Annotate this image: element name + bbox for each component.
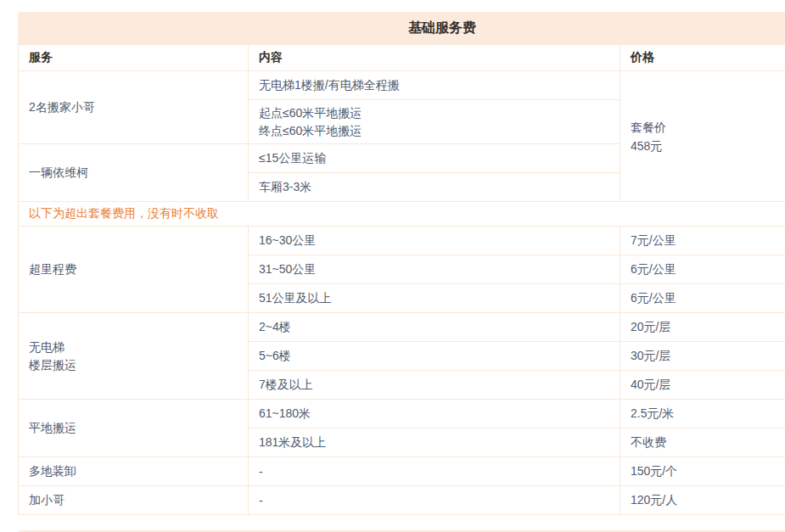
service-line: 超里程费 [29,260,248,278]
content-line: 终点≤60米平地搬运 [259,122,620,140]
price-cell-package: 套餐价 458元 [620,71,785,202]
price-cell: 40元/层 [620,371,785,400]
table-row: 2名搬家小哥 无电梯1楼搬/有电梯全程搬 套餐价 458元 [19,71,785,100]
pricing-table: 服务 内容 价格 2名搬家小哥 无电梯1楼搬/有电梯全程搬 套餐价 458元 起… [18,44,785,515]
package-price-value: 458元 [631,137,785,155]
table-row: 无电梯 楼层搬运 2~4楼 20元/层 [19,313,785,342]
column-header-price: 价格 [620,45,785,71]
price-cell: 2.5元/米 [620,400,785,428]
table-row: 多地装卸 - 150元/个 [19,457,785,486]
price-cell: 120元/人 [620,486,785,515]
service-cell-multistop: 多地装卸 [19,457,249,486]
table-row: 加小哥 - 120元/人 [19,486,785,515]
price-cell: 不收费 [620,428,785,457]
table-title: 基础服务费 [18,12,785,44]
price-cell: 150元/个 [620,457,785,486]
price-cell: 30元/层 [620,342,785,371]
service-line: 无电梯 [29,339,248,356]
content-line: 起点≤60米平地搬运 [259,104,620,122]
content-cell: 16~30公里 [249,227,620,255]
content-cell: - [249,486,620,515]
content-cell: 无电梯1楼搬/有电梯全程搬 [249,71,620,100]
column-header-content: 内容 [249,45,620,71]
package-price-label: 套餐价 [631,118,785,137]
service-cell-mileage: 超里程费 [19,227,249,313]
content-cell: 51公里及以上 [249,284,620,313]
notice-row: 以下为超出套餐费用，没有时不收取 [19,202,785,227]
price-cell: 6元/公里 [620,284,785,313]
content-cell: 5~6楼 [249,342,620,371]
service-cell-van: 一辆依维柯 [19,144,249,202]
service-line: 平地搬运 [29,419,248,437]
content-cell: 起点≤60米平地搬运 终点≤60米平地搬运 [249,100,620,144]
service-cell-flat: 平地搬运 [19,400,249,457]
service-cell-floors: 无电梯 楼层搬运 [19,313,249,400]
service-line: 楼层搬运 [29,356,248,374]
table-row: 超里程费 16~30公里 7元/公里 [19,227,785,255]
service-cell-movers: 2名搬家小哥 [19,71,249,144]
column-header-service: 服务 [19,45,249,71]
content-cell: ≤15公里运输 [249,144,620,173]
content-cell: 7楼及以上 [249,371,620,400]
content-cell: 31~50公里 [249,255,620,284]
content-cell: 2~4楼 [249,313,620,342]
price-cell: 7元/公里 [620,227,785,255]
content-cell: 61~180米 [249,400,620,428]
price-cell: 20元/层 [620,313,785,342]
table-row: 平地搬运 61~180米 2.5元/米 [19,400,785,428]
pricing-table-section: 基础服务费 服务 内容 价格 2名搬家小哥 无电梯1楼搬/有电梯全程搬 套餐价 … [18,12,785,515]
content-cell: - [249,457,620,486]
content-cell: 车厢3-3米 [249,173,620,202]
price-cell: 6元/公里 [620,255,785,284]
service-cell-extra-mover: 加小哥 [19,486,249,515]
column-header-row: 服务 内容 价格 [19,45,785,71]
content-cell: 181米及以上 [249,428,620,457]
notice-text: 以下为超出套餐费用，没有时不收取 [19,202,785,227]
